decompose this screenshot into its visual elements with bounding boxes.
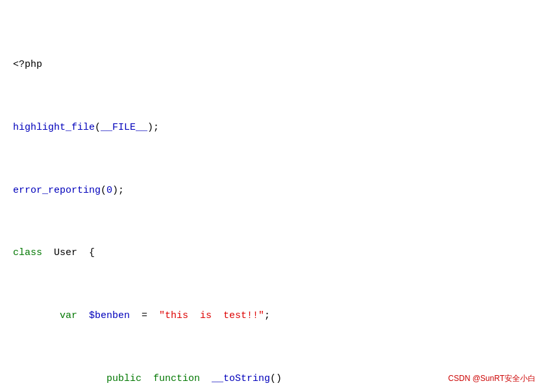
watermark: CSDN @SunRT安全小白 [448, 373, 536, 384]
code-line-2: highlight_file(__FILE__); [13, 120, 533, 136]
code-line-5: var $benben = "this is test!!"; [13, 308, 533, 325]
code-block: <?php highlight_file(__FILE__); error_re… [13, 10, 533, 392]
code-line-3: error_reporting(0); [13, 183, 533, 199]
code-line-1: <?php [13, 57, 533, 73]
main-container: <?php highlight_file(__FILE__); error_re… [0, 0, 546, 392]
code-line-4: class User { [13, 245, 533, 262]
